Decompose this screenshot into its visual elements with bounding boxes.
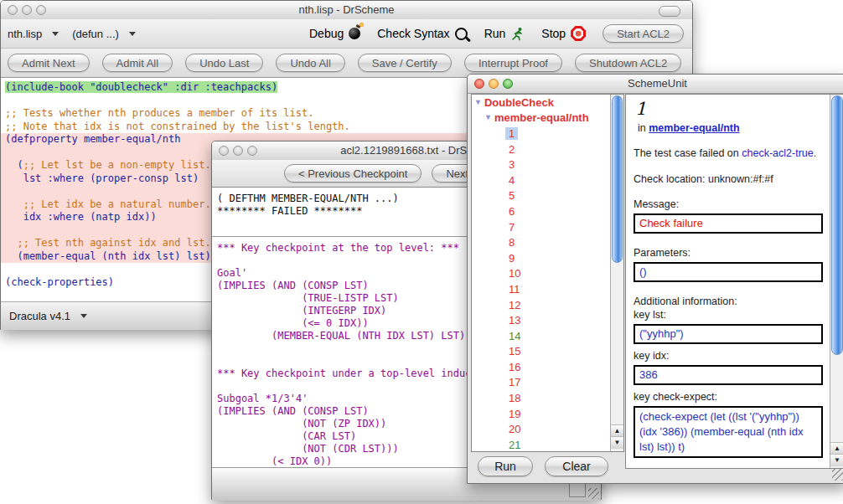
test-case-13[interactable]: 13 [505, 314, 524, 327]
main-titlebar[interactable]: nth.lisp - DrScheme [1, 1, 692, 20]
tree-case-row[interactable]: 20 [472, 421, 611, 437]
tree-case-row[interactable]: 2 [472, 141, 611, 157]
failure-text-prefix: The test case failed on [634, 147, 742, 159]
test-case-11[interactable]: 11 [505, 283, 524, 296]
window-controls [219, 146, 257, 156]
test-case-7[interactable]: 7 [505, 221, 518, 234]
toolbar-button-admit-next[interactable]: Admit Next [8, 54, 90, 72]
scrollbar-thumb[interactable] [612, 95, 623, 263]
tree-case-row[interactable]: 11 [472, 281, 611, 297]
toolbar-button-save-certify[interactable]: Save / Certify [358, 54, 452, 72]
defun-dropdown[interactable]: (defun ...) [72, 28, 136, 40]
scroll-up-arrow[interactable]: ▲ [611, 424, 623, 437]
suite-link[interactable]: member-equal/nth [649, 122, 739, 134]
tree-case-row[interactable]: 18 [472, 390, 611, 406]
run-tests-button[interactable]: Run [478, 456, 533, 476]
close-button[interactable] [474, 79, 484, 89]
tree-case-row[interactable]: 21 [472, 437, 611, 452]
run-button[interactable]: Run [484, 27, 525, 41]
stop-button[interactable]: Stop [541, 26, 586, 41]
test-case-19[interactable]: 19 [505, 408, 524, 420]
scroll-down-arrow[interactable]: ▼ [830, 454, 843, 466]
tree-case-row[interactable]: 13 [472, 312, 611, 328]
tree-case-row[interactable]: 12 [472, 297, 611, 313]
stop-label: Stop [541, 27, 566, 40]
toolbar-button-undo-all[interactable]: Undo All [276, 54, 344, 72]
tree-case-row[interactable]: 3 [472, 157, 611, 172]
disclosure-triangle-icon[interactable]: ▼ [484, 114, 492, 121]
nav-right: Debug Check Syntax Run Stop [309, 19, 684, 48]
debug-button[interactable]: Debug [309, 27, 360, 40]
tree-case-row[interactable]: 1 [472, 126, 611, 141]
test-case-14[interactable]: 14 [505, 330, 524, 342]
test-case-4[interactable]: 4 [505, 174, 518, 187]
tree-case-row[interactable]: 9 [472, 250, 611, 266]
close-button[interactable] [219, 146, 229, 156]
resize-grip[interactable] [588, 488, 599, 499]
detail-scrollbar[interactable]: ▲ ▼ [830, 95, 843, 468]
test-case-12[interactable]: 12 [505, 299, 524, 311]
toolbar-button-interrupt-proof[interactable]: Interrupt Proof [464, 54, 562, 72]
tree-scrollbar[interactable]: ▲ ▼ [610, 95, 623, 451]
test-case-3[interactable]: 3 [505, 158, 518, 171]
tree-case-row[interactable]: 10 [472, 266, 611, 282]
test-case-2[interactable]: 2 [505, 143, 518, 156]
close-button[interactable] [8, 5, 18, 15]
tree-case-row[interactable]: 5 [472, 188, 611, 204]
test-case-15[interactable]: 15 [505, 345, 524, 357]
key-check-expect-field[interactable]: (check-expect (let ((lst '("yyhhp")) (id… [634, 406, 823, 458]
dracula-dropdown[interactable]: Dracula v4.1 [9, 310, 87, 322]
file-dropdown[interactable]: nth.lisp [8, 28, 59, 40]
test-case-9[interactable]: 9 [505, 252, 518, 265]
minimize-button[interactable] [22, 5, 32, 15]
zoom-button[interactable] [247, 146, 257, 156]
tree-case-row[interactable]: 4 [472, 172, 611, 188]
tree-case-row[interactable]: 8 [472, 234, 611, 250]
resize-grip[interactable] [832, 469, 843, 481]
test-case-17[interactable]: 17 [505, 376, 524, 388]
test-case-20[interactable]: 20 [505, 423, 524, 435]
previous-checkpoint-button[interactable]: < Previous Checkpoint [284, 164, 422, 183]
disclosure-triangle-icon[interactable]: ▼ [474, 99, 482, 106]
clear-button[interactable]: Clear [545, 456, 608, 476]
tree-case-row[interactable]: 14 [472, 328, 611, 344]
toolbar-toggle-widget[interactable] [659, 6, 680, 17]
schemeunit-titlebar[interactable]: SchemeUnit [468, 75, 843, 94]
key-idx-field[interactable]: 386 [634, 365, 823, 385]
key-lst-field[interactable]: ("yyhhp") [634, 324, 823, 344]
test-case-10[interactable]: 10 [505, 267, 524, 280]
magnifier-icon [455, 28, 468, 40]
tree-case-row[interactable]: 6 [472, 203, 611, 219]
scroll-up-arrow[interactable]: ▲ [830, 442, 843, 455]
check-syntax-button[interactable]: Check Syntax [377, 27, 467, 40]
test-case-16[interactable]: 16 [505, 361, 524, 373]
test-case-1[interactable]: 1 [505, 127, 518, 140]
tree-case-row[interactable]: 16 [472, 359, 611, 375]
schemeunit-window: SchemeUnit ▼DoubleCheck▼member-equal/nth… [467, 74, 843, 484]
parameters-field[interactable]: () [634, 262, 823, 282]
message-field[interactable]: Check failure [634, 213, 823, 234]
test-case-18[interactable]: 18 [505, 392, 524, 404]
toolbar-button-undo-last[interactable]: Undo Last [185, 54, 263, 72]
test-case-8[interactable]: 8 [505, 236, 518, 249]
toolbar-button-admit-all[interactable]: Admit All [102, 54, 173, 72]
test-case-6[interactable]: 6 [505, 205, 518, 218]
scroll-down-arrow[interactable]: ▼ [611, 436, 623, 449]
minimize-button[interactable] [233, 146, 243, 156]
tree-case-row[interactable]: 19 [472, 406, 611, 422]
tree-item-member-equal-nth[interactable]: ▼member-equal/nth [472, 111, 611, 126]
toolbar-button-shutdown-acl2[interactable]: Shutdown ACL2 [575, 54, 681, 72]
failure-check-link[interactable]: check-acl2-true [742, 147, 813, 159]
minimize-button[interactable] [489, 79, 499, 89]
test-case-21[interactable]: 21 [505, 439, 524, 451]
test-case-5[interactable]: 5 [505, 189, 518, 202]
tree-case-row[interactable]: 7 [472, 219, 611, 235]
tree-case-row[interactable]: 15 [472, 344, 611, 360]
desktop: nth.lisp - DrScheme nth.lisp (defun ...)… [0, 0, 843, 504]
tree-item-doublecheck[interactable]: ▼DoubleCheck [472, 95, 611, 111]
tree-case-row[interactable]: 17 [472, 375, 611, 391]
start-acl2-button[interactable]: Start ACL2 [603, 24, 684, 43]
zoom-button[interactable] [36, 5, 46, 15]
zoom-button[interactable] [503, 79, 513, 89]
scrollbar-thumb[interactable] [831, 95, 843, 355]
